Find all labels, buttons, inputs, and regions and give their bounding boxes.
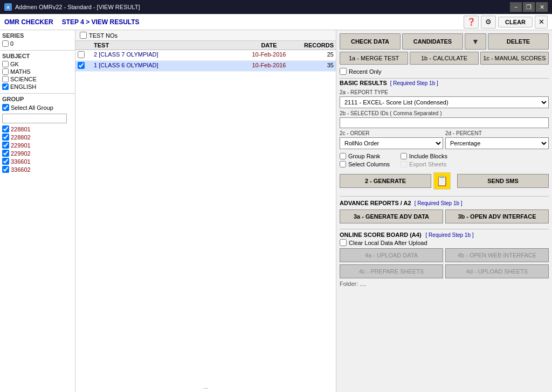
row2-checkbox[interactable]	[78, 62, 85, 69]
group-item-229902[interactable]: 229902	[2, 150, 73, 157]
group-229902-checkbox[interactable]	[2, 150, 9, 157]
generate-button[interactable]: 2 - GENERATE	[340, 174, 431, 188]
arrow-down-icon: ▼	[472, 37, 479, 46]
group-search-input[interactable]	[2, 114, 67, 123]
group-rank-checkbox[interactable]	[340, 153, 346, 159]
subject-gk[interactable]: GK	[2, 61, 73, 67]
selected-ids-input[interactable]	[340, 117, 549, 128]
app-icon: a	[4, 3, 12, 11]
series-checkbox-0[interactable]	[2, 40, 9, 47]
advance-reports-header: ADVANCE REPORTS / A2 [ Required Step 1b …	[340, 199, 549, 207]
percent-select[interactable]: Percentage Raw Score Grade	[445, 137, 549, 149]
export-sheets-label: Export Sheets	[409, 161, 446, 167]
settings-button[interactable]: ⚙	[481, 16, 496, 29]
subject-section: SUBJECT GK MATHS SCIENCE ENGLISH	[0, 51, 75, 94]
restore-button[interactable]: ❐	[523, 2, 535, 12]
include-blocks-checkbox[interactable]	[401, 153, 407, 159]
calculate-button[interactable]: 1b - CALCULATE	[410, 52, 478, 65]
col-records: RECORDS	[296, 42, 334, 48]
group-336601-checkbox[interactable]	[2, 158, 9, 165]
gen-adv-data-button[interactable]: 3a - GENERATE ADV DATA	[340, 209, 443, 223]
open-adv-interface-button[interactable]: 3b - OPEN ADV INTERFACE	[445, 209, 549, 223]
select-columns-row[interactable]: Select Columns	[340, 161, 390, 167]
subject-title: SUBJECT	[2, 53, 73, 59]
recent-only-checkbox[interactable]	[340, 68, 347, 75]
online-score-board-section: ONLINE SCORE BOARD (A4) [ Required Step …	[340, 232, 549, 287]
group-item-228801[interactable]: 228801	[2, 125, 73, 132]
select-columns-checkbox[interactable]	[340, 161, 346, 167]
group-228801-checkbox[interactable]	[2, 125, 9, 132]
prepare-sheets-button[interactable]: 4c - PREPARE SHEETS	[340, 264, 443, 278]
help-button[interactable]: ❓	[464, 16, 479, 29]
group-229901-checkbox[interactable]	[2, 142, 9, 149]
basic-results-section: BASIC RESULTS [ Required Step 1b ] 2a - …	[340, 79, 549, 193]
clear-local-checkbox[interactable]	[340, 239, 347, 246]
row2-test-name: 1 [CLASS 6 OLYMPIAD]	[94, 62, 242, 70]
note-icon[interactable]: 📋	[433, 172, 451, 190]
basic-results-required: [ Required Step 1b ]	[390, 80, 438, 86]
series-item-0[interactable]: 0	[2, 40, 73, 47]
row2-buttons: 1a - MERGE TEST 1b - CALCULATE 1c - MANU…	[336, 52, 552, 67]
clear-button[interactable]: CLEAR	[498, 17, 533, 27]
merge-test-button[interactable]: 1a - MERGE TEST	[340, 52, 408, 65]
table-row[interactable]: 1 [CLASS 6 OLYMPIAD] 10-Feb-2016 35	[75, 61, 336, 72]
clear-local-row[interactable]: Clear Local Data After Upload	[340, 239, 549, 246]
select-all-checkbox[interactable]	[2, 104, 9, 111]
manual-scores-button[interactable]: 1c - MANUAL SCORES	[480, 52, 549, 65]
order-percent-row: 2c - ORDER RollNo Order Name Order Marks…	[340, 128, 549, 149]
online-required: [ Required Step 1b ]	[426, 232, 474, 238]
order-select[interactable]: RollNo Order Name Order Marks Order	[340, 137, 443, 149]
minimize-button[interactable]: −	[510, 2, 522, 12]
test-nos-checkbox[interactable]	[80, 32, 87, 39]
group-item-228802[interactable]: 228802	[2, 134, 73, 141]
test-nos-label: TEST NOs	[89, 32, 118, 39]
window-controls: − ❐ ✕	[510, 2, 548, 12]
group-rank-row[interactable]: Group Rank	[340, 153, 390, 159]
subject-science[interactable]: SCIENCE	[2, 76, 73, 82]
arrow-down-button[interactable]: ▼	[465, 33, 486, 50]
check-data-button[interactable]: CHECK DATA	[340, 33, 401, 50]
group-228802-checkbox[interactable]	[2, 134, 9, 141]
report-type-select[interactable]: 2111 - EXCEL- Score List (Condensed) 211…	[340, 96, 549, 108]
col-check	[78, 42, 94, 48]
series-section: SERIES 0	[0, 30, 75, 51]
clear-local-label: Clear Local Data After Upload	[349, 240, 427, 246]
advance-title: ADVANCE REPORTS / A2	[340, 200, 411, 206]
group-item-336601[interactable]: 336601	[2, 158, 73, 165]
open-web-button[interactable]: 4b - OPEN WEB INTERFACE	[445, 248, 549, 262]
candidates-button[interactable]: CANDIDATES	[402, 33, 463, 50]
subject-maths[interactable]: MATHS	[2, 68, 73, 75]
export-sheets-row: Export Sheets	[401, 161, 447, 167]
subject-english-checkbox[interactable]	[2, 83, 9, 90]
row2-test-records: 35	[296, 62, 334, 70]
upload-sheets-button[interactable]: 4d - UPLOAD SHEETS	[445, 264, 549, 278]
row1-checkbox[interactable]	[78, 51, 85, 58]
group-item-336602[interactable]: 336602	[2, 166, 73, 173]
breadcrumb: STEP 4 > VIEW RESULTS	[62, 18, 140, 26]
select-all-group[interactable]: Select All Group	[2, 104, 73, 111]
close-button[interactable]: ✕	[536, 2, 548, 12]
menu-bar: OMR CHECKER STEP 4 > VIEW RESULTS ❓ ⚙ CL…	[0, 14, 552, 30]
basic-results-header: BASIC RESULTS [ Required Step 1b ]	[340, 79, 549, 87]
export-sheets-checkbox[interactable]	[401, 161, 407, 167]
upload-data-button[interactable]: 4a - UPLOAD DATA	[340, 248, 443, 262]
send-sms-button[interactable]: SEND SMS	[457, 174, 549, 188]
group-item-229901[interactable]: 229901	[2, 142, 73, 149]
delete-button[interactable]: DELETE	[488, 33, 549, 50]
menu-x-button[interactable]: ✕	[535, 16, 548, 29]
subject-gk-checkbox[interactable]	[2, 61, 9, 67]
include-blocks-row[interactable]: Include Blocks	[401, 153, 447, 159]
basic-results-title: BASIC RESULTS	[340, 80, 387, 86]
select-columns-label: Select Columns	[348, 161, 390, 167]
table-row[interactable]: 2 [CLASS 7 OLYMPIAD] 10-Feb-2016 25	[75, 50, 336, 61]
test-nos-row: TEST NOs	[75, 30, 336, 41]
group-336602-checkbox[interactable]	[2, 166, 9, 173]
top-buttons-row: CHECK DATA CANDIDATES ▼ DELETE	[336, 30, 552, 52]
omr-checker-link[interactable]: OMR CHECKER	[4, 18, 53, 26]
window-title: Addmen OMRv22 - Standard - [VIEW RESULT]	[15, 4, 140, 10]
subject-english[interactable]: ENGLISH	[2, 83, 73, 90]
generate-row: 2 - GENERATE 📋 SEND SMS	[340, 172, 549, 190]
online-buttons: 4a - UPLOAD DATA 4b - OPEN WEB INTERFACE…	[340, 248, 549, 278]
subject-science-checkbox[interactable]	[2, 76, 9, 82]
subject-maths-checkbox[interactable]	[2, 68, 9, 75]
